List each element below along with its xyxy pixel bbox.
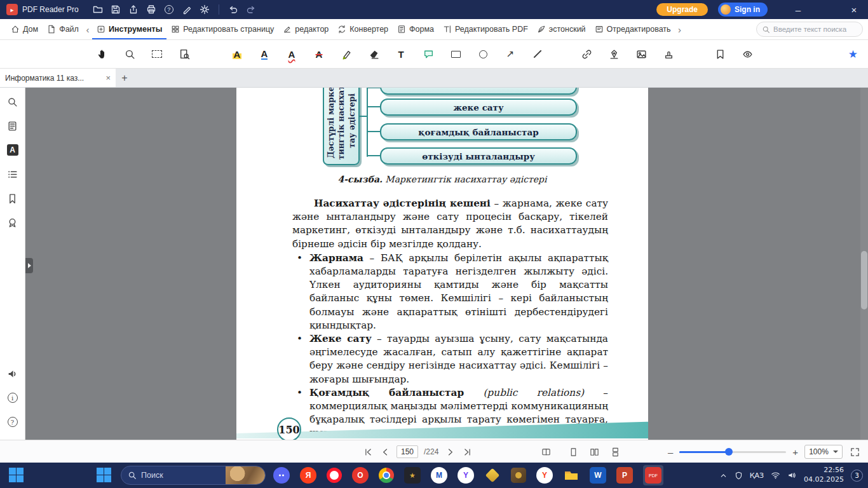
page-search-icon[interactable]: [175, 44, 194, 64]
app-brown-game[interactable]: [511, 468, 526, 483]
print-icon[interactable]: [142, 1, 160, 18]
menu-back-icon[interactable]: ‹: [83, 24, 92, 35]
sidebar-thumbnails-icon[interactable]: [5, 118, 20, 133]
last-page-icon[interactable]: [461, 445, 473, 458]
strikethrough-text-icon[interactable]: A: [309, 44, 329, 64]
menu-item-converter[interactable]: Конвертер: [333, 19, 393, 40]
open-folder-icon[interactable]: [89, 1, 107, 18]
tab-close-icon[interactable]: ×: [105, 73, 111, 83]
page-number-input[interactable]: [397, 445, 418, 458]
menu-item-home[interactable]: Дом: [6, 19, 43, 40]
app-file-explorer[interactable]: [563, 467, 580, 484]
two-page-icon[interactable]: [588, 445, 600, 458]
app-chrome[interactable]: [379, 468, 394, 483]
app-y-messenger[interactable]: Y: [458, 467, 474, 484]
line-tool-icon[interactable]: [528, 44, 547, 64]
sidebar-bookmarks-icon[interactable]: [5, 191, 20, 206]
read-aloud-icon[interactable]: [5, 366, 20, 381]
stamp-tool-icon[interactable]: [659, 44, 678, 64]
app-pdf-reader-pro-active[interactable]: PDF: [643, 465, 663, 485]
help-icon[interactable]: ?: [160, 1, 178, 18]
app-word[interactable]: W: [590, 467, 606, 484]
preview-eye-icon[interactable]: [738, 44, 757, 64]
signature-tool-icon[interactable]: [604, 44, 623, 64]
scrollbar-thumb[interactable]: [861, 251, 867, 309]
upgrade-button[interactable]: Upgrade: [656, 3, 708, 16]
first-page-icon[interactable]: [362, 445, 374, 458]
app-gold-diamond-game[interactable]: [484, 467, 501, 484]
menu-forward-icon[interactable]: ›: [675, 24, 684, 35]
document-tab[interactable]: Информатика 11 каз... ×: [0, 69, 116, 87]
zoom-in-icon[interactable]: +: [792, 447, 798, 458]
ellipse-tool-icon[interactable]: [473, 44, 492, 64]
new-tab-button[interactable]: +: [116, 69, 133, 87]
save-icon[interactable]: [107, 1, 125, 18]
notification-badge[interactable]: 3: [851, 470, 863, 482]
app-discord[interactable]: [273, 467, 290, 484]
zoom-out-icon[interactable]: –: [668, 447, 673, 458]
continuous-scroll-icon[interactable]: [609, 445, 621, 458]
signin-button[interactable]: Sign in: [718, 3, 768, 17]
sidebar-expand-handle[interactable]: [25, 258, 33, 273]
app-opera-red[interactable]: O: [352, 467, 369, 484]
app-yandex[interactable]: Y: [536, 467, 553, 484]
taskbar-search[interactable]: Поиск: [121, 466, 266, 485]
arrow-tool-icon[interactable]: ↗: [501, 44, 520, 64]
squiggly-underline-icon[interactable]: A: [282, 44, 301, 64]
app-opera[interactable]: [327, 468, 342, 483]
search-input[interactable]: [773, 25, 856, 33]
freehand-pen-icon[interactable]: [337, 44, 356, 64]
app-mail-ru[interactable]: М: [431, 467, 447, 484]
vertical-scrollbar[interactable]: [860, 88, 868, 440]
link-tool-icon[interactable]: [577, 44, 596, 64]
tray-chevron-up-icon[interactable]: [719, 471, 728, 480]
redo-icon[interactable]: [242, 1, 260, 18]
annotate-pen-icon[interactable]: [178, 1, 196, 18]
fit-screen-icon[interactable]: [849, 445, 860, 458]
next-page-icon[interactable]: [444, 445, 456, 458]
taskbar-clock[interactable]: 22:56 04.02.2025: [804, 466, 844, 485]
sidebar-annotations-icon[interactable]: A: [5, 142, 20, 158]
undo-icon[interactable]: [224, 1, 242, 18]
share-icon[interactable]: [125, 1, 142, 18]
menu-item-redact[interactable]: Отредактировать: [590, 19, 675, 40]
bookmark-tool-icon[interactable]: [710, 44, 729, 64]
language-indicator[interactable]: ҚАЗ: [750, 471, 764, 480]
zoom-slider-thumb[interactable]: [725, 448, 733, 456]
hand-tool-icon[interactable]: [93, 44, 112, 64]
highlight-text-icon[interactable]: A: [227, 44, 247, 64]
sidebar-help-icon[interactable]: ?: [5, 414, 20, 430]
comment-tool-icon[interactable]: [419, 44, 438, 64]
zoom-level-select[interactable]: 100%: [804, 445, 843, 459]
rectangle-tool-icon[interactable]: [446, 44, 465, 64]
volume-icon[interactable]: [787, 471, 797, 480]
favorite-star-icon[interactable]: ★: [848, 48, 858, 61]
underline-text-icon[interactable]: A: [255, 44, 274, 64]
sidebar-search-icon[interactable]: [5, 94, 20, 109]
sidebar-seal-icon[interactable]: [5, 215, 20, 230]
start-button-secondary[interactable]: [97, 468, 112, 483]
app-game-center[interactable]: ★: [404, 467, 421, 484]
minimize-button[interactable]: –: [787, 0, 810, 19]
text-tool-icon[interactable]: T: [391, 44, 410, 64]
info-icon[interactable]: i: [5, 390, 20, 405]
eraser-icon[interactable]: [364, 44, 383, 64]
zoom-slider[interactable]: [679, 451, 786, 453]
defender-shield-icon[interactable]: [735, 471, 743, 480]
menu-item-edit-pdf[interactable]: Редактировать PDF: [438, 19, 532, 40]
menu-item-file[interactable]: Файл: [43, 19, 83, 40]
app-yandex-browser[interactable]: Я: [300, 467, 316, 484]
sidebar-outline-icon[interactable]: [5, 166, 20, 182]
menu-item-form[interactable]: Форма: [393, 19, 438, 40]
menu-item-estonian[interactable]: эстонский: [532, 19, 590, 40]
menu-item-tools[interactable]: Инструменты: [92, 19, 166, 40]
single-page-icon[interactable]: [567, 445, 579, 458]
magnify-tool-icon[interactable]: [120, 44, 139, 64]
select-area-icon[interactable]: [147, 44, 166, 64]
start-button[interactable]: [9, 468, 24, 483]
app-powerpoint[interactable]: P: [616, 467, 633, 484]
close-button[interactable]: ×: [843, 0, 865, 19]
previous-page-icon[interactable]: [379, 445, 391, 458]
menu-item-editor[interactable]: редактор: [278, 19, 333, 40]
image-tool-icon[interactable]: [632, 44, 651, 64]
